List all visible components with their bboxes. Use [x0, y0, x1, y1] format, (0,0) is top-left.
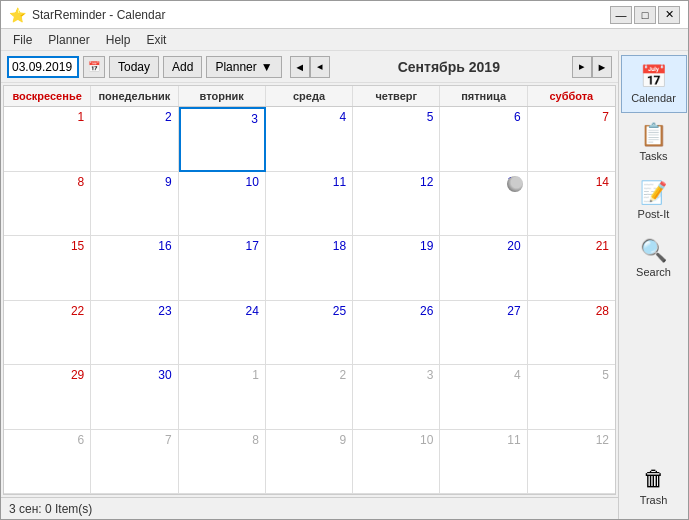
status-text: 3 сен: 0 Item(s) — [9, 502, 92, 516]
tasks-icon: 📋 — [640, 122, 667, 148]
table-row[interactable]: 17 — [179, 236, 266, 301]
postit-icon: 📝 — [640, 180, 667, 206]
table-row[interactable]: 29 — [4, 365, 91, 430]
menu-exit[interactable]: Exit — [138, 31, 174, 49]
day-number: 15 — [8, 238, 86, 254]
day-number: 3 — [185, 111, 260, 127]
today-button[interactable]: Today — [109, 56, 159, 78]
sidebar-item-postit[interactable]: 📝 Post-It — [621, 171, 687, 229]
day-number: 23 — [95, 303, 173, 319]
table-row[interactable]: 20 — [440, 236, 527, 301]
table-row[interactable]: 14 — [528, 172, 615, 237]
day-number: 22 — [8, 303, 86, 319]
table-row[interactable]: 15 — [4, 236, 91, 301]
menu-help[interactable]: Help — [98, 31, 139, 49]
day-number: 12 — [532, 432, 611, 448]
table-row[interactable]: 2 — [91, 107, 178, 172]
day-number: 4 — [444, 367, 522, 383]
table-row[interactable]: 12 — [528, 430, 615, 495]
date-input[interactable] — [7, 56, 79, 78]
menu-file[interactable]: File — [5, 31, 40, 49]
table-row[interactable]: 12 — [353, 172, 440, 237]
day-number: 12 — [357, 174, 435, 190]
table-row[interactable]: 1 — [179, 365, 266, 430]
toolbar: 📅 Today Add Planner ▼ ◄ ◂ Сентябрь 2019 … — [1, 51, 618, 83]
table-row[interactable]: 11 — [266, 172, 353, 237]
table-row[interactable]: 5 — [528, 365, 615, 430]
table-row[interactable]: 8 — [179, 430, 266, 495]
header-sunday: воскресенье — [4, 86, 91, 106]
day-number: 2 — [95, 109, 173, 125]
table-row[interactable]: 7 — [91, 430, 178, 495]
sidebar-item-search[interactable]: 🔍 Search — [621, 229, 687, 287]
table-row[interactable]: 9 — [91, 172, 178, 237]
calendar-header: воскресенье понедельник вторник среда че… — [4, 86, 615, 107]
table-row[interactable]: 8 — [4, 172, 91, 237]
table-row[interactable]: 9 — [266, 430, 353, 495]
table-row[interactable]: 18 — [266, 236, 353, 301]
sidebar-calendar-label: Calendar — [631, 92, 676, 104]
table-row[interactable]: 13 — [440, 172, 527, 237]
header-tuesday: вторник — [179, 86, 266, 106]
day-number: 6 — [444, 109, 522, 125]
table-row[interactable]: 10 — [179, 172, 266, 237]
day-number: 8 — [183, 432, 261, 448]
day-number: 19 — [357, 238, 435, 254]
table-row[interactable]: 6 — [440, 107, 527, 172]
menu-bar: File Planner Help Exit — [1, 29, 688, 51]
window-controls: — □ ✕ — [610, 6, 680, 24]
table-row[interactable]: 3 — [179, 107, 266, 172]
table-row[interactable]: 4 — [266, 107, 353, 172]
table-row[interactable]: 23 — [91, 301, 178, 366]
day-number: 26 — [357, 303, 435, 319]
sidebar-trash-label: Trash — [640, 494, 668, 506]
table-row[interactable]: 26 — [353, 301, 440, 366]
minimize-button[interactable]: — — [610, 6, 632, 24]
day-number: 25 — [270, 303, 348, 319]
sidebar-item-calendar[interactable]: 📅 Calendar — [621, 55, 687, 113]
next-next-button[interactable]: ► — [592, 56, 612, 78]
day-number: 11 — [270, 174, 348, 190]
header-saturday: суббота — [528, 86, 615, 106]
table-row[interactable]: 5 — [353, 107, 440, 172]
sidebar-item-trash[interactable]: 🗑 Trash — [621, 457, 687, 515]
table-row[interactable]: 19 — [353, 236, 440, 301]
table-row[interactable]: 3 — [353, 365, 440, 430]
day-number: 1 — [8, 109, 86, 125]
status-bar: 3 сен: 0 Item(s) — [1, 497, 618, 519]
trash-icon: 🗑 — [643, 466, 665, 492]
close-button[interactable]: ✕ — [658, 6, 680, 24]
app-icon: ⭐ — [9, 7, 26, 23]
table-row[interactable]: 7 — [528, 107, 615, 172]
table-row[interactable]: 10 — [353, 430, 440, 495]
day-number: 2 — [270, 367, 348, 383]
add-button[interactable]: Add — [163, 56, 202, 78]
table-row[interactable]: 25 — [266, 301, 353, 366]
table-row[interactable]: 6 — [4, 430, 91, 495]
table-row[interactable]: 30 — [91, 365, 178, 430]
table-row[interactable]: 16 — [91, 236, 178, 301]
day-number: 7 — [532, 109, 611, 125]
prev-button[interactable]: ◂ — [310, 56, 330, 78]
planner-button[interactable]: Planner ▼ — [206, 56, 281, 78]
next-button[interactable]: ▸ — [572, 56, 592, 78]
maximize-button[interactable]: □ — [634, 6, 656, 24]
table-row[interactable]: 22 — [4, 301, 91, 366]
table-row[interactable]: 11 — [440, 430, 527, 495]
sidebar-item-tasks[interactable]: 📋 Tasks — [621, 113, 687, 171]
sidebar-search-label: Search — [636, 266, 671, 278]
prev-prev-button[interactable]: ◄ — [290, 56, 310, 78]
day-number: 10 — [357, 432, 435, 448]
day-number: 29 — [8, 367, 86, 383]
table-row[interactable]: 21 — [528, 236, 615, 301]
table-row[interactable]: 2 — [266, 365, 353, 430]
table-row[interactable]: 28 — [528, 301, 615, 366]
day-number: 14 — [532, 174, 611, 190]
table-row[interactable]: 27 — [440, 301, 527, 366]
calendar-picker-button[interactable]: 📅 — [83, 56, 105, 78]
table-row[interactable]: 4 — [440, 365, 527, 430]
table-row[interactable]: 1 — [4, 107, 91, 172]
table-row[interactable]: 24 — [179, 301, 266, 366]
menu-planner[interactable]: Planner — [40, 31, 97, 49]
day-number: 21 — [532, 238, 611, 254]
